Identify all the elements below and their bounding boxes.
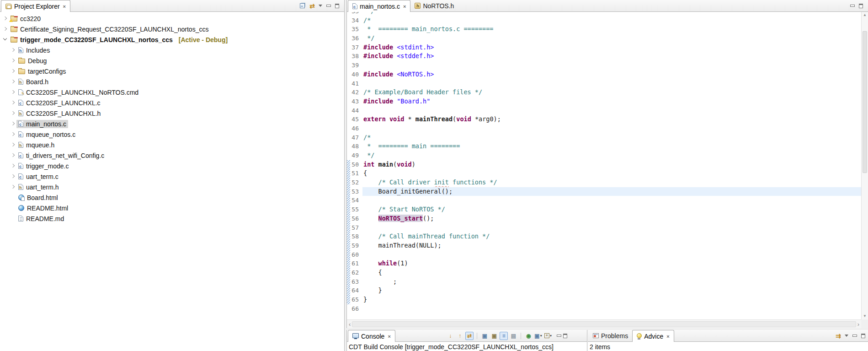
advice-content[interactable]: 2 items xyxy=(588,342,868,351)
code-line-42[interactable]: 42/* Example/Board Header files */ xyxy=(347,88,861,97)
expander-collapsed-icon[interactable] xyxy=(10,173,16,180)
code-line-52[interactable]: 52 /* Call driver init functions */ xyxy=(347,178,861,187)
scroll-right-icon[interactable]: › xyxy=(857,320,859,328)
expander-collapsed-icon[interactable] xyxy=(10,120,16,127)
code-line-35[interactable]: 35 * ======== main_nortos.c ======== xyxy=(347,25,861,34)
tab-console[interactable]: Console × xyxy=(348,330,395,342)
tree-item-README.md[interactable]: README.md xyxy=(0,213,344,224)
code-line-36[interactable]: 36 */ xyxy=(347,34,861,43)
open-console-icon[interactable]: +▾ xyxy=(544,332,552,340)
editor-vertical-scrollbar[interactable]: ▲ ▼ xyxy=(861,12,868,319)
code-line-55[interactable]: 55 /* Start NoRTOS */ xyxy=(347,205,861,214)
code-line-57[interactable]: 57 xyxy=(347,223,861,232)
expander-collapsed-icon[interactable] xyxy=(10,184,16,190)
code-line-47[interactable]: 47/* xyxy=(347,133,861,142)
code-line-60[interactable]: 60 xyxy=(347,250,861,259)
focus-on-active-task-icon[interactable]: ⇉ xyxy=(836,333,841,339)
minimize-icon[interactable] xyxy=(326,4,331,8)
code-line-46[interactable]: 46 xyxy=(347,124,861,133)
tree-item-Debug[interactable]: Debug xyxy=(0,55,344,66)
tree-item-Certificate_Signing_Request_CC3220SF_LAUNCHXL_nortos_ccs[interactable]: Certificate_Signing_Request_CC3220SF_LAU… xyxy=(0,24,344,34)
scroll-lock-down-icon[interactable]: ↓ xyxy=(446,332,454,340)
code-line-48[interactable]: 48 * ======== main ======== xyxy=(347,142,861,151)
minimize-icon[interactable] xyxy=(850,4,855,8)
close-icon[interactable]: × xyxy=(403,4,406,9)
word-wrap-icon[interactable]: ≡ xyxy=(500,332,508,340)
expander-collapsed-icon[interactable] xyxy=(10,131,16,138)
code-editor[interactable]: 33 */34/*35 * ======== main_nortos.c ===… xyxy=(347,12,861,319)
tree-item-CC3220SF_LAUNCHXL_NoRTOS.cmd[interactable]: ✎CC3220SF_LAUNCHXL_NoRTOS.cmd xyxy=(0,87,344,97)
code-line-44[interactable]: 44 xyxy=(347,106,861,115)
tab-project-explorer[interactable]: Project Explorer × xyxy=(1,0,70,12)
code-line-65[interactable]: 65} xyxy=(347,295,861,304)
close-icon[interactable]: × xyxy=(666,334,669,339)
expander-collapsed-icon[interactable] xyxy=(10,68,16,75)
tab-advice[interactable]: Advice × xyxy=(632,330,674,342)
pin-console-icon[interactable]: ◉ xyxy=(524,332,533,340)
expander-collapsed-icon[interactable] xyxy=(10,141,16,148)
tree-item-mqueue_nortos.c[interactable]: cmqueue_nortos.c xyxy=(0,129,344,140)
code-line-54[interactable]: 54 xyxy=(347,196,861,205)
code-line-41[interactable]: 41 xyxy=(347,79,861,88)
tree-item-trigger_mode_CC3220SF_LAUNCHXL_nortos_ccs[interactable]: trigger_mode_CC3220SF_LAUNCHXL_nortos_cc… xyxy=(0,34,344,45)
expander-collapsed-icon[interactable] xyxy=(10,47,16,54)
code-line-62[interactable]: 62 { xyxy=(347,268,861,277)
expander-collapsed-icon[interactable] xyxy=(10,110,16,117)
code-line-40[interactable]: 40#include <NoRTOS.h> xyxy=(347,70,861,79)
view-menu-icon[interactable] xyxy=(845,335,848,337)
tree-item-Board.html[interactable]: Board.html xyxy=(0,192,344,203)
tree-item-mqueue.h[interactable]: hmqueue.h xyxy=(0,140,344,150)
expander-collapsed-icon[interactable] xyxy=(2,15,9,22)
tree-item-main_nortos.c[interactable]: cmain_nortos.c xyxy=(0,119,344,129)
tree-item-ti_drivers_net_wifi_Config.c[interactable]: cti_drivers_net_wifi_Config.c xyxy=(0,150,344,161)
code-line-33[interactable]: 33 */ xyxy=(347,12,861,16)
code-line-61[interactable]: 61 while(1) xyxy=(347,259,861,268)
tab-main-nortos-c[interactable]: c main_nortos.c × xyxy=(348,0,410,12)
show-stderr-icon[interactable]: ▣ xyxy=(490,332,498,340)
clear-console-icon[interactable]: ▤ xyxy=(509,332,517,340)
vertical-scroll-thumb[interactable] xyxy=(863,31,867,173)
expander-collapsed-icon[interactable] xyxy=(10,99,16,106)
code-line-53[interactable]: 53 Board_initGeneral(); xyxy=(347,187,861,196)
minimize-icon[interactable] xyxy=(556,334,561,338)
tree-item-CC3220SF_LAUNCHXL.c[interactable]: cCC3220SF_LAUNCHXL.c xyxy=(0,97,344,108)
maximize-icon[interactable] xyxy=(861,334,866,338)
scroll-down-icon[interactable]: ▼ xyxy=(863,313,867,319)
code-line-63[interactable]: 63 ; xyxy=(347,277,861,286)
code-line-37[interactable]: 37#include <stdint.h> xyxy=(347,43,861,52)
tree-item-README.html[interactable]: README.html xyxy=(0,203,344,213)
tree-item-uart_term.c[interactable]: cuart_term.c xyxy=(0,171,344,182)
tab-problems[interactable]: Problems xyxy=(589,330,632,341)
collapse-all-icon[interactable] xyxy=(300,3,305,8)
code-line-39[interactable]: 39 xyxy=(347,61,861,70)
expander-collapsed-icon[interactable] xyxy=(10,57,16,64)
code-line-43[interactable]: 43#include "Board.h" xyxy=(347,97,861,106)
show-console-on-change-icon[interactable]: ⇄ xyxy=(465,332,474,340)
expander-collapsed-icon[interactable] xyxy=(10,152,16,159)
expander-expanded-icon[interactable] xyxy=(2,36,9,43)
scroll-left-icon[interactable]: ‹ xyxy=(349,320,351,328)
editor-horizontal-scrollbar[interactable]: ‹ › xyxy=(347,319,861,328)
tree-item-cc3220[interactable]: cc3220 xyxy=(0,13,344,24)
code-line-56[interactable]: 56 NoRTOS_start(); xyxy=(347,214,861,223)
minimize-icon[interactable] xyxy=(852,334,857,338)
code-line-38[interactable]: 38#include <stddef.h> xyxy=(347,52,861,61)
scroll-lock-up-icon[interactable]: ↑ xyxy=(456,332,464,340)
code-line-49[interactable]: 49 */ xyxy=(347,151,861,160)
code-line-59[interactable]: 59 mainThread(NULL); xyxy=(347,241,861,250)
expander-collapsed-icon[interactable] xyxy=(10,89,16,96)
maximize-icon[interactable] xyxy=(858,4,863,8)
tree-item-Board.h[interactable]: hBoard.h xyxy=(0,76,344,87)
code-line-66[interactable]: 66 xyxy=(347,304,861,313)
code-line-51[interactable]: 51{ xyxy=(347,169,861,178)
code-line-45[interactable]: 45extern void * mainThread(void *arg0); xyxy=(347,115,861,124)
expander-collapsed-icon[interactable] xyxy=(10,162,16,169)
tree-item-CC3220SF_LAUNCHXL.h[interactable]: hCC3220SF_LAUNCHXL.h xyxy=(0,108,344,119)
close-icon[interactable]: × xyxy=(63,4,66,9)
code-line-50[interactable]: 50int main(void) xyxy=(347,160,861,169)
tab-nortos-h[interactable]: h NoRTOS.h xyxy=(410,0,458,11)
expander-collapsed-icon[interactable] xyxy=(10,78,16,85)
code-line-64[interactable]: 64 } xyxy=(347,286,861,295)
tree-item-Includes[interactable]: hIncludes xyxy=(0,45,344,55)
tree-item-uart_term.h[interactable]: huart_term.h xyxy=(0,182,344,192)
